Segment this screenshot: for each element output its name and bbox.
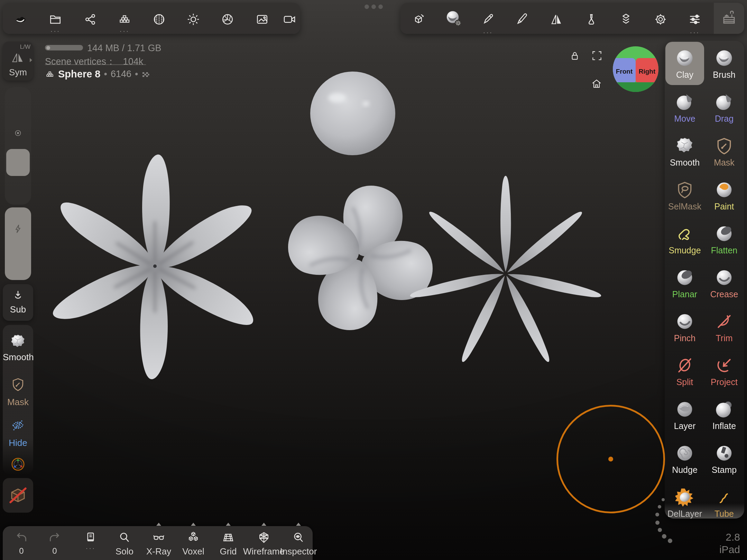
tool-stamp[interactable]: Stamp [705, 437, 744, 480]
tool-layer[interactable]: Layer [665, 393, 704, 436]
xray-label: X-Ray [146, 546, 171, 557]
hide-label[interactable]: Hide [3, 438, 33, 448]
xray-glasses-icon [152, 531, 165, 544]
smooth-label[interactable]: Smooth [3, 352, 33, 363]
nomad-logo[interactable] [13, 12, 27, 26]
xray-button[interactable]: X-Ray [142, 526, 175, 560]
drag-ball-icon [715, 93, 734, 111]
tool-inflate-label: Inflate [712, 421, 736, 430]
radius-slider[interactable] [5, 87, 31, 205]
sub-label: Sub [10, 304, 26, 315]
sculpt-flower-right[interactable] [409, 176, 602, 364]
material-sphere-icon[interactable] [445, 10, 462, 27]
tool-planar[interactable]: Planar [665, 261, 704, 305]
gizmo-icon[interactable] [412, 12, 425, 26]
solo-button[interactable]: Solo [108, 526, 141, 560]
tool-panel: Clay Brush Move Drag Smooth Mask SelMask… [665, 41, 744, 519]
mask-label[interactable]: Mask [3, 397, 33, 408]
lab-flask-icon[interactable] [584, 12, 598, 26]
solo-label: Solo [116, 546, 133, 557]
grid-button[interactable]: Grid [212, 526, 245, 560]
wireframe-button[interactable]: Wireframe [247, 526, 280, 560]
tool-project[interactable]: Project [705, 349, 744, 392]
object-row[interactable]: Sphere 8 • 6146 • [45, 68, 150, 80]
multires-icon[interactable] [118, 12, 131, 26]
inspector-button[interactable]: Inspector [282, 526, 315, 560]
files-more-dots: ··· [48, 29, 62, 32]
paint-brush-icon[interactable] [515, 12, 529, 26]
clay-ball-icon [675, 49, 694, 67]
tool-nudge[interactable]: Nudge [665, 437, 704, 480]
mask-shield-icon[interactable] [11, 377, 25, 392]
layer-ball-icon [675, 400, 694, 419]
tool-split-label: Split [676, 377, 693, 386]
object-multires-icon [45, 69, 55, 79]
tool-clay[interactable]: Clay [665, 42, 704, 85]
history-button[interactable]: ··· [74, 526, 107, 560]
sym-label: Sym [3, 67, 33, 78]
background-icon[interactable] [255, 12, 269, 26]
sculpt-flower-left[interactable] [48, 155, 260, 379]
stamp-ball-icon [715, 444, 734, 463]
tool-split[interactable]: Split [665, 349, 704, 392]
top-left-toolbar: ··· ··· [3, 3, 300, 34]
scene-graph-icon[interactable] [83, 12, 97, 26]
camera-icon[interactable] [283, 12, 296, 26]
redo-button[interactable]: 0 [38, 526, 71, 560]
files-icon[interactable] [48, 12, 62, 26]
tool-planar-label: Planar [672, 290, 697, 299]
fullscreen-icon[interactable] [591, 50, 603, 62]
sculpt-sphere[interactable] [310, 72, 395, 155]
voxel-button[interactable]: Voxel [177, 526, 210, 560]
lighting-icon[interactable] [186, 12, 200, 26]
undo-count: 0 [19, 546, 24, 556]
tool-nudge-label: Nudge [672, 465, 698, 474]
settings-gear-icon[interactable] [654, 12, 667, 26]
undo-button[interactable]: 0 [5, 526, 38, 560]
tool-selmask-label: SelMask [668, 202, 701, 211]
tool-pinch-label: Pinch [674, 334, 696, 343]
home-icon[interactable] [591, 78, 602, 90]
tool-mask[interactable]: Mask [705, 130, 744, 173]
solo-magnifier-icon [118, 531, 131, 544]
sub-mode-button[interactable]: Sub [3, 284, 33, 321]
orientation-gizmo[interactable]: Front Right [613, 46, 658, 92]
tool-clay-label: Clay [676, 70, 693, 79]
symmetry-icon[interactable] [550, 12, 563, 26]
grid-label: Grid [220, 546, 237, 557]
sym-mode-label: L/W [20, 44, 30, 50]
tool-flatten[interactable]: Flatten [705, 217, 744, 261]
toolbox-button[interactable] [714, 3, 744, 34]
intensity-bolt-icon [12, 223, 24, 234]
layers-icon[interactable] [619, 12, 633, 26]
tool-drag[interactable]: Drag [705, 86, 744, 129]
tool-brush[interactable]: Brush [705, 42, 744, 85]
symmetry-button[interactable]: L/W Sym [3, 41, 33, 81]
tool-smudge[interactable]: Smudge [665, 217, 704, 261]
tool-inflate[interactable]: Inflate [705, 393, 744, 436]
tool-selmask[interactable]: SelMask [665, 174, 704, 217]
nomad-sculpt-app: ··· ··· ··· ··· 144 MB / 1.71 GB Scene v… [0, 0, 747, 560]
tool-paint[interactable]: Paint [705, 174, 744, 217]
selmask-shield-lasso-icon [675, 180, 694, 199]
sculpt-clover[interactable] [288, 186, 433, 330]
bounding-box-toggle[interactable] [3, 478, 33, 513]
scene-vertices-label: Scene vertices： [45, 56, 116, 67]
version-info: 2.8 iPad [695, 531, 740, 556]
tool-trim[interactable]: Trim [705, 305, 744, 348]
smudge-hand-icon [675, 224, 694, 243]
smooth-rock-icon[interactable] [10, 334, 26, 349]
radius-slider-handle[interactable] [6, 149, 30, 176]
tool-move[interactable]: Move [665, 86, 704, 129]
voxel-sphere-icon[interactable] [152, 12, 166, 26]
stroke-pencil-icon[interactable] [481, 12, 495, 26]
tool-pinch[interactable]: Pinch [665, 305, 704, 348]
postprocess-icon[interactable] [221, 12, 234, 26]
sliders-icon[interactable] [688, 12, 702, 26]
tool-smooth[interactable]: Smooth [665, 130, 704, 173]
lock-icon[interactable] [569, 50, 581, 62]
intensity-slider[interactable] [5, 207, 31, 280]
hide-eye-icon[interactable] [11, 418, 25, 432]
tool-crease[interactable]: Crease [705, 261, 744, 305]
gimbal-icon[interactable] [10, 457, 26, 472]
